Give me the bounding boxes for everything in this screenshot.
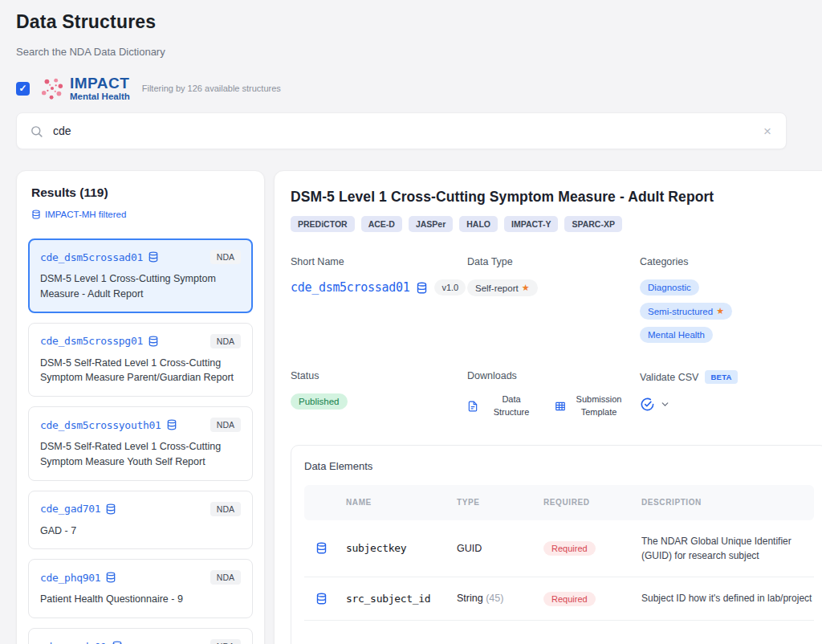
database-icon bbox=[31, 210, 41, 219]
chevron-down-icon[interactable] bbox=[660, 399, 670, 410]
source-badge: NDA bbox=[210, 334, 241, 348]
study-tag[interactable]: ACE-D bbox=[361, 216, 402, 232]
database-icon bbox=[416, 282, 428, 294]
impact-mh-logo: IMPACT Mental Health bbox=[40, 75, 130, 102]
element-name: src_subject_id bbox=[346, 593, 457, 605]
short-name-label: Short Name bbox=[291, 256, 467, 267]
database-icon bbox=[166, 419, 177, 430]
data-type-section: Data Type Self-report ★ bbox=[467, 256, 640, 343]
required-badge: Required bbox=[543, 592, 596, 606]
source-badge: NDA bbox=[210, 502, 241, 516]
structure-description: DSM-5 Self-Rated Level 1 Cross-Cutting S… bbox=[40, 356, 241, 386]
study-tag[interactable]: IMPACT-Y bbox=[504, 216, 558, 232]
study-tag[interactable]: JASPer bbox=[409, 216, 453, 232]
category-badge[interactable]: Mental Health bbox=[640, 327, 713, 343]
database-icon bbox=[304, 542, 346, 554]
download-submission-template-button[interactable]: Submission Template bbox=[555, 393, 626, 419]
element-type: GUID bbox=[457, 543, 543, 554]
structure-description: DSM-5 Level 1 Cross-Cutting Symptom Meas… bbox=[40, 271, 241, 302]
element-type: String (45) bbox=[457, 593, 543, 604]
detail-panel: DSM-5 Level 1 Cross-Cutting Symptom Meas… bbox=[274, 170, 822, 644]
column-header-description: DESCRIPTION bbox=[641, 498, 814, 507]
study-tags: PREDiCTOR ACE-D JASPer HALO IMPACT-Y SPA… bbox=[291, 216, 822, 232]
element-description: The NDAR Global Unique Identifier (GUID)… bbox=[641, 534, 814, 563]
page-subtitle: Search the NDA Data Dictionary bbox=[16, 46, 787, 58]
short-name-section: Short Name cde_dsm5crossad01 v1.0 bbox=[291, 256, 467, 343]
table-row[interactable]: src_subject_id String (45) Required Subj… bbox=[304, 577, 814, 621]
table-icon bbox=[555, 401, 566, 412]
logo-impact-text: IMPACT bbox=[70, 75, 130, 91]
results-panel: Results (119) IMPACT-MH filtered cde_dsm… bbox=[16, 170, 265, 644]
validate-check-circle-icon[interactable] bbox=[640, 397, 655, 412]
star-icon: ★ bbox=[716, 306, 724, 316]
structure-description: DSM-5 Self-Rated Level 1 Cross-Cutting S… bbox=[40, 439, 241, 470]
category-badge[interactable]: Semi-structured ★ bbox=[640, 303, 732, 320]
structure-name[interactable]: cde_rcads01 bbox=[40, 641, 107, 644]
column-header-required: REQUIRED bbox=[543, 498, 641, 507]
table-header-row: NAME TYPE REQUIRED DESCRIPTION bbox=[304, 485, 814, 520]
version-badge: v1.0 bbox=[434, 279, 466, 296]
element-name: subjectkey bbox=[346, 542, 457, 554]
download-data-structure-button[interactable]: Data Structure bbox=[467, 393, 539, 419]
structure-name[interactable]: cde_gad701 bbox=[40, 503, 100, 515]
download-label: Submission Template bbox=[572, 393, 626, 419]
list-item[interactable]: cde_dsm5crossad01 NDA DSM-5 Level 1 Cros… bbox=[28, 238, 253, 313]
source-badge: NDA bbox=[210, 570, 241, 585]
categories-section: Categories Diagnostic Semi-structured ★ … bbox=[640, 256, 822, 343]
filtered-link-label: IMPACT-MH filtered bbox=[45, 210, 126, 219]
short-name-value[interactable]: cde_dsm5crossad01 bbox=[291, 280, 409, 295]
impact-filter-checkbox[interactable]: ✓ bbox=[16, 82, 30, 96]
structure-name[interactable]: cde_dsm5crossyouth01 bbox=[40, 419, 161, 431]
detail-title: DSM-5 Level 1 Cross-Cutting Symptom Meas… bbox=[291, 189, 822, 206]
page-title: Data Structures bbox=[16, 11, 787, 33]
data-elements-title: Data Elements bbox=[304, 460, 814, 472]
study-tag[interactable]: SPARC-XP bbox=[564, 216, 621, 232]
structure-description: GAD - 7 bbox=[40, 524, 241, 539]
validate-csv-label: Validate CSV bbox=[640, 372, 698, 383]
category-badge[interactable]: Diagnostic bbox=[640, 279, 699, 296]
study-tag[interactable]: HALO bbox=[459, 216, 498, 232]
source-badge: NDA bbox=[210, 418, 241, 432]
source-badge: NDA bbox=[210, 250, 241, 264]
page-header: Data Structures Search the NDA Data Dict… bbox=[16, 0, 787, 149]
structure-name[interactable]: cde_dsm5crossad01 bbox=[40, 251, 143, 263]
structure-name[interactable]: cde_phq901 bbox=[40, 572, 100, 584]
database-icon bbox=[105, 572, 116, 583]
download-label: Data Structure bbox=[484, 393, 539, 419]
database-icon bbox=[105, 503, 116, 515]
search-input[interactable] bbox=[53, 124, 762, 137]
structure-name[interactable]: cde_dsm5crosspg01 bbox=[40, 335, 143, 347]
search-box[interactable]: × bbox=[16, 112, 787, 149]
downloads-label: Downloads bbox=[467, 370, 640, 381]
database-icon bbox=[112, 641, 123, 644]
data-elements-section: Data Elements NAME TYPE REQUIRED DESCRIP… bbox=[291, 445, 822, 644]
categories-label: Categories bbox=[640, 256, 822, 267]
list-item[interactable]: cde_dsm5crosspg01 NDA DSM-5 Self-Rated L… bbox=[28, 323, 253, 397]
results-list: cde_dsm5crossad01 NDA DSM-5 Level 1 Cros… bbox=[28, 238, 253, 644]
results-count-title: Results (119) bbox=[28, 185, 253, 200]
data-type-badge: Self-report ★ bbox=[467, 279, 538, 296]
element-description: Subject ID how it's defined in lab/proje… bbox=[641, 591, 814, 605]
impact-filter-row: ✓ bbox=[16, 72, 787, 104]
status-badge: Published bbox=[291, 393, 348, 410]
impact-mh-filtered-link[interactable]: IMPACT-MH filtered bbox=[28, 210, 253, 219]
clear-search-icon[interactable]: × bbox=[762, 123, 773, 140]
required-badge: Required bbox=[543, 541, 596, 556]
status-section: Status Published bbox=[291, 370, 467, 419]
list-item[interactable]: cde_rcads01 NDA RCADS-25 Parent/Caregive… bbox=[28, 628, 253, 644]
source-badge: NDA bbox=[210, 639, 241, 644]
database-icon bbox=[148, 336, 159, 347]
table-row[interactable]: subjectkey GUID Required The NDAR Global… bbox=[304, 520, 814, 577]
list-item[interactable]: cde_gad701 NDA GAD - 7 bbox=[28, 491, 253, 550]
study-tag[interactable]: PREDiCTOR bbox=[291, 216, 355, 232]
structure-description: Patient Health Questionnaire - 9 bbox=[40, 592, 241, 607]
impact-dots-icon bbox=[40, 76, 64, 100]
database-icon bbox=[148, 251, 159, 263]
list-item[interactable]: cde_phq901 NDA Patient Health Questionna… bbox=[28, 559, 253, 618]
filtering-note: Filtering by 126 available structures bbox=[142, 84, 281, 93]
logo-mental-health-text: Mental Health bbox=[70, 92, 130, 102]
data-type-label: Data Type bbox=[467, 256, 640, 267]
data-elements-table: NAME TYPE REQUIRED DESCRIPTION subjectke… bbox=[304, 485, 814, 621]
search-icon bbox=[30, 124, 43, 138]
list-item[interactable]: cde_dsm5crossyouth01 NDA DSM-5 Self-Rate… bbox=[28, 406, 253, 481]
